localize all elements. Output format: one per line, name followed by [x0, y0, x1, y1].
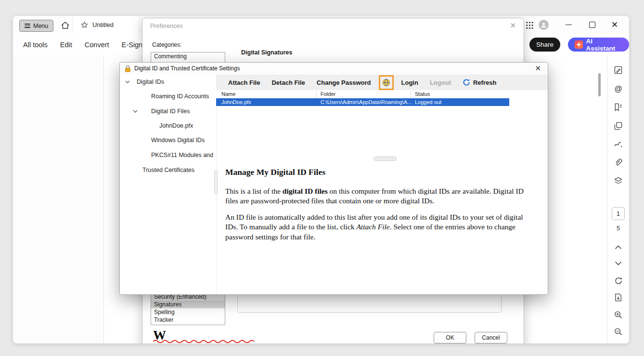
layers-icon[interactable] — [613, 176, 623, 186]
usage-options-highlight[interactable] — [379, 75, 394, 90]
zoom-out-icon[interactable] — [613, 327, 623, 337]
apps-grid-icon — [526, 21, 534, 29]
id-dialog-toolbar: Attach File Detach File Change Password … — [216, 75, 548, 90]
logout-button[interactable]: Logout — [430, 79, 451, 86]
chevron-down-icon[interactable] — [125, 80, 130, 83]
column-name[interactable]: Name — [221, 91, 235, 97]
zoom-in-icon[interactable] — [613, 310, 623, 320]
nav-edit[interactable]: Edit — [60, 41, 72, 49]
page-edge-divider — [103, 55, 104, 343]
previous-page-button[interactable] — [613, 242, 623, 252]
document-tab-title: Untitled — [92, 21, 114, 28]
tree-item-digital-ids[interactable]: Digital IDs — [137, 79, 164, 85]
dialog-close-icon[interactable]: ✕ — [535, 64, 541, 73]
dialog-titlebar: Digital ID and Trusted Certificate Setti… — [120, 63, 548, 75]
right-tool-rail: @ 1 5 — [607, 55, 629, 343]
apps-grid-button[interactable] — [525, 20, 534, 30]
bookmarks-icon[interactable] — [613, 102, 623, 112]
row-folder: C:\Users\Admin\AppData\Roaming\A... — [321, 99, 412, 105]
column-folder[interactable]: Folder — [321, 91, 335, 97]
organize-pages-icon[interactable] — [613, 121, 623, 131]
chevron-down-icon[interactable] — [133, 110, 138, 113]
category-item-selected[interactable]: Signatures — [151, 301, 225, 308]
id-files-paragraph-1: This is a list of the digital ID files o… — [225, 186, 536, 206]
spellcheck-squiggle — [153, 340, 257, 343]
avatar-icon — [541, 22, 547, 28]
menu-button[interactable]: Menu — [19, 20, 53, 32]
window-close-button[interactable]: ✕ — [611, 20, 618, 29]
rotate-refresh-icon[interactable] — [613, 276, 623, 286]
ai-assistant-label: AI Assistant — [586, 38, 622, 52]
column-divider — [411, 91, 411, 98]
dialog-title: Digital ID and Trusted Certificate Setti… — [134, 65, 240, 72]
window-maximize-button[interactable] — [589, 22, 595, 28]
ok-button-label: OK — [446, 334, 454, 341]
attachments-icon[interactable] — [613, 158, 623, 168]
id-table-header: Name Folder Status — [216, 90, 509, 99]
ai-assistant-button[interactable]: AI Assistant — [568, 38, 629, 52]
signature-icon[interactable] — [613, 139, 623, 149]
manage-id-files-heading: Manage My Digital ID Files — [225, 167, 325, 177]
mention-comment-icon[interactable]: @ — [613, 84, 623, 94]
page-count: 5 — [607, 225, 629, 232]
preferences-close-icon[interactable]: ✕ — [510, 21, 516, 30]
row-status: Logged out — [415, 99, 441, 105]
column-status[interactable]: Status — [415, 91, 430, 97]
digital-id-settings-dialog: Digital ID and Trusted Certificate Setti… — [119, 62, 548, 295]
id-tree-panel: Digital IDs Roaming ID Accounts Digital … — [120, 75, 216, 294]
home-button[interactable] — [59, 20, 71, 30]
categories-bottom-group: Security (Enhanced) Signatures Spelling … — [151, 293, 225, 324]
edit-page-icon[interactable] — [613, 65, 623, 75]
hamburger-icon — [25, 24, 30, 28]
next-page-button[interactable] — [613, 258, 623, 268]
panel-title: Digital Signatures — [241, 49, 292, 56]
document-tab[interactable]: Untitled — [73, 16, 140, 34]
usage-options-globe-icon — [382, 78, 391, 87]
user-avatar[interactable] — [539, 20, 549, 30]
acrobat-window: Menu Untitled ✕ — [13, 16, 629, 343]
desktop: Menu Untitled ✕ — [0, 0, 644, 356]
page-number-input[interactable]: 1 — [612, 207, 625, 220]
nav-convert[interactable]: Convert — [85, 41, 109, 49]
document-scrollbar-thumb[interactable] — [598, 73, 601, 96]
attach-file-button[interactable]: Attach File — [228, 79, 260, 86]
horizontal-splitter-handle[interactable] — [374, 157, 397, 161]
cancel-button[interactable]: Cancel — [475, 332, 507, 343]
refresh-label: Refresh — [473, 79, 496, 86]
tree-item-windows-digital-ids[interactable]: Windows Digital IDs — [151, 137, 205, 144]
categories-label: Categories: — [152, 41, 181, 48]
tree-item-pkcs11-modules[interactable]: PKCS#11 Modules and Toke — [151, 152, 214, 158]
window-minimize-button[interactable] — [566, 25, 572, 25]
star-icon — [81, 21, 88, 28]
fit-page-icon[interactable] — [613, 292, 623, 303]
home-icon — [61, 21, 70, 29]
lock-icon — [125, 65, 131, 72]
tree-item-digital-id-files[interactable]: Digital ID Files — [151, 108, 190, 115]
category-item[interactable]: Tracker — [151, 316, 225, 324]
ok-button[interactable]: OK — [434, 332, 466, 343]
id-file-row-selected[interactable]: JohnDoe.pfx C:\Users\Admin\AppData\Roami… — [216, 98, 509, 106]
category-item[interactable]: Spelling — [151, 308, 225, 316]
share-button-label: Share — [536, 41, 554, 48]
page-number-value: 1 — [617, 211, 620, 217]
share-button[interactable]: Share — [529, 38, 560, 52]
change-password-button[interactable]: Change Password — [317, 79, 371, 86]
detach-file-button[interactable]: Detach File — [271, 79, 305, 86]
refresh-button[interactable]: Refresh — [463, 79, 496, 86]
row-name: JohnDoe.pfx — [221, 99, 251, 105]
id-files-panel: Attach File Detach File Change Password … — [216, 75, 548, 294]
refresh-icon — [463, 79, 470, 86]
nav-all-tools[interactable]: All tools — [23, 41, 48, 49]
ai-assistant-icon — [575, 40, 583, 49]
tree-item-johndoe-pfx[interactable]: JohnDoe.pfx — [159, 122, 193, 129]
tree-item-trusted-certificates[interactable]: Trusted Certificates — [142, 167, 194, 173]
id-files-paragraph-2: An ID file is automatically added to thi… — [225, 212, 536, 242]
menu-button-label: Menu — [33, 23, 48, 29]
cancel-button-label: Cancel — [482, 334, 500, 341]
nav-esign[interactable]: E-Sign — [122, 41, 143, 49]
tree-splitter-handle[interactable] — [214, 170, 218, 194]
category-item[interactable]: Commenting — [151, 53, 225, 60]
tree-item-roaming-accounts[interactable]: Roaming ID Accounts — [151, 93, 209, 100]
login-button[interactable]: Login — [401, 79, 418, 86]
column-divider — [316, 91, 317, 98]
